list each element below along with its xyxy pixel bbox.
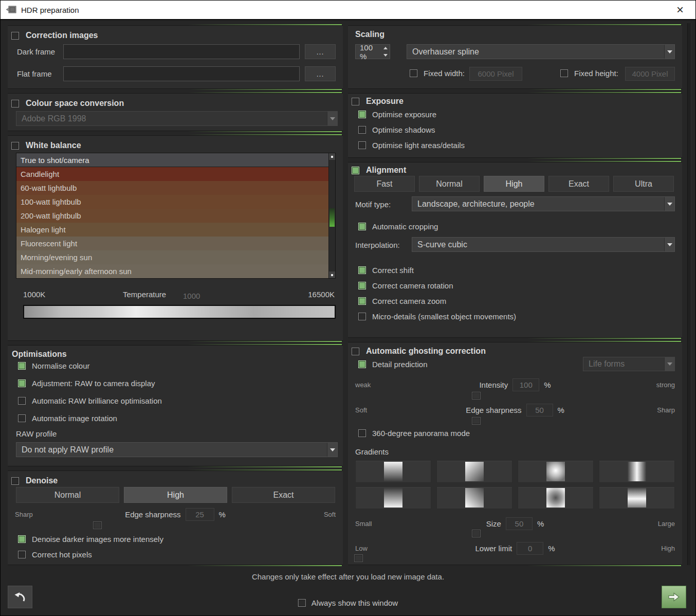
alignment-normal-button[interactable]: Normal xyxy=(419,176,480,192)
continue-button[interactable] xyxy=(662,586,686,608)
temperature-gradient-slider[interactable] xyxy=(23,305,336,319)
gradient-swatch xyxy=(465,462,484,481)
optimise-light-areas-checkbox[interactable] xyxy=(358,141,366,149)
raw-profile-dropdown[interactable]: Do not apply RAW profile xyxy=(16,442,338,457)
always-show-checkbox[interactable] xyxy=(298,599,306,607)
section-ghosting-correction: Automatic ghosting correction Detail pre… xyxy=(348,342,682,565)
edge-sharpness-value[interactable]: 25 xyxy=(186,508,214,521)
lower-limit-slider-handle[interactable] xyxy=(354,554,363,562)
hot-pixels-checkbox[interactable] xyxy=(18,551,26,558)
ghosting-correction-checkbox[interactable] xyxy=(352,348,359,355)
correction-images-checkbox[interactable] xyxy=(11,32,19,40)
always-show-row: Always show this window xyxy=(298,599,398,607)
alignment-ultra-button[interactable]: Ultra xyxy=(613,176,674,192)
correct-camera-zoom-checkbox[interactable] xyxy=(358,297,366,305)
edge-sharpness-value[interactable]: 50 xyxy=(526,404,553,416)
gradient-tile[interactable] xyxy=(518,460,594,483)
image-rotation-checkbox[interactable] xyxy=(18,414,26,422)
slider-min-label: Soft xyxy=(355,406,412,414)
white-balance-scrollbar[interactable] xyxy=(328,153,335,278)
white-balance-option[interactable]: 60-watt lightbulb xyxy=(16,181,328,195)
scrollbar-thumb[interactable] xyxy=(329,208,335,227)
raw-brilliance-checkbox[interactable] xyxy=(18,397,26,405)
life-forms-dropdown[interactable]: Life forms xyxy=(583,357,675,371)
scrollbar-up-icon[interactable] xyxy=(329,153,335,160)
gradients-label: Gradients xyxy=(355,447,389,456)
gradient-swatch xyxy=(384,488,402,508)
raw-to-camera-checkbox[interactable] xyxy=(18,379,26,387)
spinner-down-icon[interactable] xyxy=(383,54,388,57)
edge-sharpness-label: Edge sharpness xyxy=(466,406,521,414)
gradient-tile[interactable] xyxy=(355,460,431,483)
micro-details-checkbox[interactable] xyxy=(358,313,366,320)
checkbox-label: Correct hot pixels xyxy=(32,550,92,559)
white-balance-option[interactable]: Morning/evening sun xyxy=(16,250,328,264)
colour-space-checkbox[interactable] xyxy=(11,100,19,107)
denoise-mode-exact-button[interactable]: Exact xyxy=(232,487,335,503)
dialog-scrollbar-track[interactable] xyxy=(687,23,691,565)
panorama-mode-checkbox[interactable] xyxy=(358,429,366,437)
colour-space-value: Adobe RGB 1998 xyxy=(16,114,327,123)
browse-dark-frame-button[interactable]: ... xyxy=(305,44,336,59)
white-balance-option[interactable]: 200-watt lightbulb xyxy=(16,209,328,223)
scrollbar-down-icon[interactable] xyxy=(329,271,335,278)
dropdown-arrow-icon xyxy=(664,357,674,371)
gradient-tile[interactable] xyxy=(436,460,512,483)
gradient-tile[interactable] xyxy=(599,460,675,483)
slider-min-label: Low xyxy=(355,545,412,552)
denoise-mode-normal-button[interactable]: Normal xyxy=(16,487,119,503)
alignment-exact-button[interactable]: Exact xyxy=(548,176,609,192)
gradient-tile[interactable] xyxy=(518,486,594,509)
automatic-cropping-checkbox[interactable] xyxy=(358,223,366,230)
denoise-darker-checkbox[interactable] xyxy=(18,535,26,543)
white-balance-option[interactable]: Halogen light xyxy=(16,223,328,237)
denoise-checkbox[interactable] xyxy=(11,477,19,485)
spinner-up-icon[interactable] xyxy=(383,47,388,49)
section-title: Scaling xyxy=(355,30,384,39)
detail-prediction-checkbox[interactable] xyxy=(358,360,366,368)
fixed-width-checkbox[interactable] xyxy=(410,69,417,77)
scaling-percent-spinner[interactable]: 100 % xyxy=(355,44,390,59)
scaling-method-dropdown[interactable]: Overhauser spline xyxy=(407,44,675,59)
motif-type-dropdown[interactable]: Landscape, architecture, people xyxy=(412,196,675,211)
white-balance-option[interactable]: Mid-morning/early afternoon sun xyxy=(16,264,328,278)
slider-max-label: strong xyxy=(618,381,675,389)
white-balance-option[interactable]: Fluorescent light xyxy=(16,237,328,250)
gradient-tile[interactable] xyxy=(599,486,675,509)
section-title: Colour space conversion xyxy=(26,99,124,108)
alignment-high-button[interactable]: High xyxy=(484,176,544,192)
normalise-colour-checkbox[interactable] xyxy=(18,362,26,370)
alignment-fast-button[interactable]: Fast xyxy=(354,176,415,192)
undo-button[interactable] xyxy=(8,586,32,608)
white-balance-checkbox[interactable] xyxy=(11,142,19,150)
gradient-tile[interactable] xyxy=(436,486,512,509)
close-icon[interactable]: × xyxy=(672,2,688,18)
denoise-mode-high-button[interactable]: High xyxy=(124,487,227,503)
ghosting-edge-slider-handle[interactable] xyxy=(472,417,481,425)
browse-flat-frame-button[interactable]: ... xyxy=(305,66,336,81)
fixed-height-input[interactable]: 4000 Pixel xyxy=(625,67,675,81)
slider-max-label: High xyxy=(618,545,675,552)
white-balance-option[interactable]: True to shot/camera xyxy=(16,153,328,167)
flat-frame-input[interactable] xyxy=(63,66,300,81)
size-slider-handle[interactable] xyxy=(472,530,481,537)
gradient-tile[interactable] xyxy=(355,486,431,509)
fixed-width-input[interactable]: 6000 Pixel xyxy=(469,67,522,81)
edge-sharpness-slider-handle[interactable] xyxy=(93,521,102,529)
dark-frame-input[interactable] xyxy=(63,44,300,59)
fixed-height-checkbox[interactable] xyxy=(560,69,568,77)
correct-shift-checkbox[interactable] xyxy=(358,266,366,274)
correct-camera-rotation-checkbox[interactable] xyxy=(358,282,366,289)
exposure-checkbox[interactable] xyxy=(352,98,359,105)
optimise-exposure-checkbox[interactable] xyxy=(358,111,366,118)
colour-space-dropdown[interactable]: Adobe RGB 1998 xyxy=(16,111,338,126)
interpolation-dropdown[interactable]: S-curve cubic xyxy=(412,237,675,252)
size-value[interactable]: 50 xyxy=(506,517,533,530)
white-balance-option[interactable]: 100-watt lightbulb xyxy=(16,195,328,209)
lower-limit-value[interactable]: 0 xyxy=(517,542,543,555)
white-balance-option[interactable]: Candlelight xyxy=(16,167,328,181)
optimise-shadows-checkbox[interactable] xyxy=(358,126,366,134)
alignment-checkbox[interactable] xyxy=(352,167,359,174)
intensity-value[interactable]: 100 xyxy=(512,378,539,391)
intensity-slider-handle[interactable] xyxy=(472,392,481,400)
